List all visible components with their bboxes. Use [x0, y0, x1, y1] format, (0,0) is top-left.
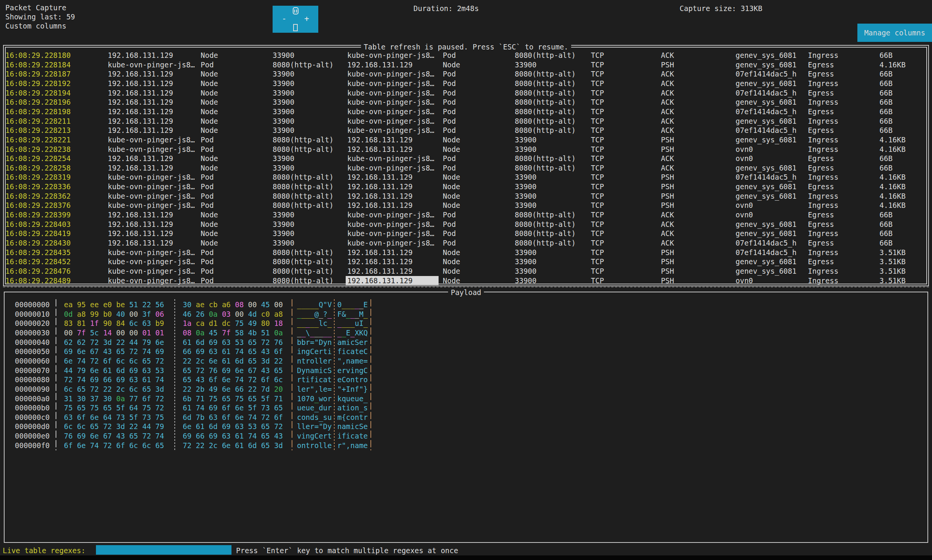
table-row[interactable]: 16:08:29.228198192.168.131.129Node33900k…: [6, 107, 926, 116]
capture-control-widget[interactable]: - +: [273, 6, 318, 33]
cell-flags[interactable]: ACK: [661, 238, 674, 247]
cell-dst-port[interactable]: 8080(http-alt): [515, 154, 576, 163]
table-row[interactable]: 16:08:29.228180192.168.131.129Node33900k…: [6, 51, 926, 60]
cell-src-port[interactable]: 8080(http-alt): [273, 191, 334, 201]
cell-dst-kind[interactable]: Pod: [443, 107, 456, 116]
cell-iface[interactable]: genev_sys_6081: [736, 229, 796, 238]
cell-dst-port[interactable]: 8080(http-alt): [515, 69, 576, 78]
cell-src-port[interactable]: 8080(http-alt): [273, 172, 334, 182]
cell-time[interactable]: 16:08:29.228196: [5, 97, 71, 107]
table-row[interactable]: 16:08:29.228362kube-ovn-pinger-js8…Pod80…: [6, 191, 926, 201]
cell-dst-port[interactable]: 33900: [515, 276, 536, 285]
cell-src-port[interactable]: 8080(http-alt): [273, 276, 334, 285]
cell-iface[interactable]: 07ef1414dac5_h: [736, 88, 796, 97]
cell-dst-port[interactable]: 8080(http-alt): [515, 220, 576, 229]
table-horizontal-scrollbar[interactable]: [3, 287, 929, 287]
cell-dst-port[interactable]: 8080(http-alt): [515, 79, 576, 88]
cell-dir[interactable]: Egress: [808, 88, 834, 97]
cell-dir[interactable]: Ingress: [808, 135, 838, 144]
cell-dst[interactable]: 192.168.131.129: [347, 191, 413, 201]
cell-dir[interactable]: Ingress: [808, 51, 838, 60]
cell-dst-kind[interactable]: Pod: [443, 154, 456, 163]
cell-src[interactable]: kube-ovn-pinger-js8…: [108, 248, 195, 257]
table-row[interactable]: 16:08:29.228336kube-ovn-pinger-js8…Pod80…: [6, 182, 926, 191]
cell-time[interactable]: 16:08:29.228336: [5, 182, 71, 191]
cell-time[interactable]: 16:08:29.228187: [5, 69, 71, 78]
cell-iface[interactable]: 07ef1414dac5_h: [736, 172, 796, 182]
cell-iface[interactable]: genev_sys_6081: [736, 266, 796, 276]
cell-flags[interactable]: PSH: [661, 257, 674, 266]
cell-proto[interactable]: TCP: [591, 220, 604, 229]
cell-time[interactable]: 16:08:29.228198: [5, 107, 71, 116]
cell-src[interactable]: 192.168.131.129: [108, 88, 173, 97]
cell-size[interactable]: 66B: [879, 79, 892, 88]
cell-dst[interactable]: 192.168.131.129: [347, 201, 413, 210]
cell-proto[interactable]: TCP: [591, 238, 604, 247]
cell-flags[interactable]: ACK: [661, 163, 674, 172]
cell-dst-kind[interactable]: Pod: [443, 229, 456, 238]
cell-iface[interactable]: genev_sys_6081: [736, 51, 796, 60]
cell-iface[interactable]: 07ef1414dac5_h: [736, 238, 796, 247]
cell-flags[interactable]: PSH: [661, 266, 674, 276]
cell-size[interactable]: 66B: [879, 154, 892, 163]
cell-dir[interactable]: Ingress: [808, 191, 838, 201]
cell-dir[interactable]: Egress: [808, 69, 834, 78]
cell-iface[interactable]: genev_sys_6081: [736, 163, 796, 172]
cell-time[interactable]: 16:08:29.228211: [5, 116, 71, 126]
cell-flags[interactable]: PSH: [661, 191, 674, 201]
cell-flags[interactable]: ACK: [661, 107, 674, 116]
cell-proto[interactable]: TCP: [591, 135, 604, 144]
cell-proto[interactable]: TCP: [591, 210, 604, 219]
cell-dst[interactable]: kube-ovn-pinger-js8…: [347, 229, 434, 238]
cell-src-kind[interactable]: Pod: [201, 276, 214, 285]
cell-src-port[interactable]: 33900: [273, 229, 294, 238]
cell-proto[interactable]: TCP: [591, 69, 604, 78]
cell-flags[interactable]: ACK: [661, 210, 674, 219]
cell-time[interactable]: 16:08:29.228258: [5, 163, 71, 172]
table-row[interactable]: 16:08:29.228430192.168.131.129Node33900k…: [6, 238, 926, 248]
cell-src[interactable]: kube-ovn-pinger-js8…: [108, 145, 195, 154]
cell-dst[interactable]: 192.168.131.129: [347, 248, 413, 257]
cell-src[interactable]: 192.168.131.129: [108, 51, 173, 60]
cell-src-port[interactable]: 8080(http-alt): [273, 135, 334, 144]
cell-proto[interactable]: TCP: [591, 266, 604, 276]
cell-src[interactable]: 192.168.131.129: [108, 154, 173, 163]
cell-dst-kind[interactable]: Node: [443, 135, 460, 144]
cell-src[interactable]: 192.168.131.129: [108, 107, 173, 116]
cell-size[interactable]: 66B: [879, 116, 892, 126]
cell-dir[interactable]: Ingress: [808, 172, 838, 182]
cell-dst-kind[interactable]: Node: [443, 182, 460, 191]
cell-flags[interactable]: PSH: [661, 201, 674, 210]
cell-src-port[interactable]: 33900: [273, 88, 294, 97]
cell-time[interactable]: 16:08:29.228254: [5, 154, 71, 163]
cell-dst[interactable]: kube-ovn-pinger-js8…: [347, 116, 434, 126]
table-row[interactable]: 16:08:29.228238kube-ovn-pinger-js8…Pod80…: [6, 145, 926, 154]
cell-proto[interactable]: TCP: [591, 97, 604, 107]
cell-src-kind[interactable]: Pod: [201, 191, 214, 201]
cell-flags[interactable]: ACK: [661, 97, 674, 107]
cell-dst-kind[interactable]: Node: [443, 248, 460, 257]
cell-dir[interactable]: Egress: [808, 126, 834, 135]
cell-dst[interactable]: kube-ovn-pinger-js8…: [347, 238, 434, 247]
cell-iface[interactable]: genev_sys_6081: [736, 116, 796, 126]
cell-size[interactable]: 66B: [879, 210, 892, 219]
cell-src[interactable]: kube-ovn-pinger-js8…: [108, 182, 195, 191]
cell-proto[interactable]: TCP: [591, 51, 604, 60]
cell-dir[interactable]: Ingress: [808, 266, 838, 276]
cell-src-kind[interactable]: Node: [201, 229, 218, 238]
cell-iface[interactable]: 07ef1414dac5_h: [736, 126, 796, 135]
cell-size[interactable]: 3.51KB: [879, 257, 906, 266]
cell-iface[interactable]: ovn0: [736, 145, 753, 154]
cell-proto[interactable]: TCP: [591, 257, 604, 266]
cell-dst-port[interactable]: 33900: [515, 257, 536, 266]
cell-time[interactable]: 16:08:29.228399: [5, 210, 71, 219]
cell-time[interactable]: 16:08:29.228221: [5, 135, 71, 144]
cell-flags[interactable]: PSH: [661, 248, 674, 257]
cell-src-port[interactable]: 33900: [273, 116, 294, 126]
cell-dst[interactable]: kube-ovn-pinger-js8…: [347, 88, 434, 97]
cell-iface[interactable]: genev_sys_6081: [736, 182, 796, 191]
unknown-glyph-icon[interactable]: [293, 24, 298, 31]
cell-proto[interactable]: TCP: [591, 191, 604, 201]
cell-dst-kind[interactable]: Node: [443, 145, 460, 154]
cell-dst-kind[interactable]: Pod: [443, 126, 456, 135]
